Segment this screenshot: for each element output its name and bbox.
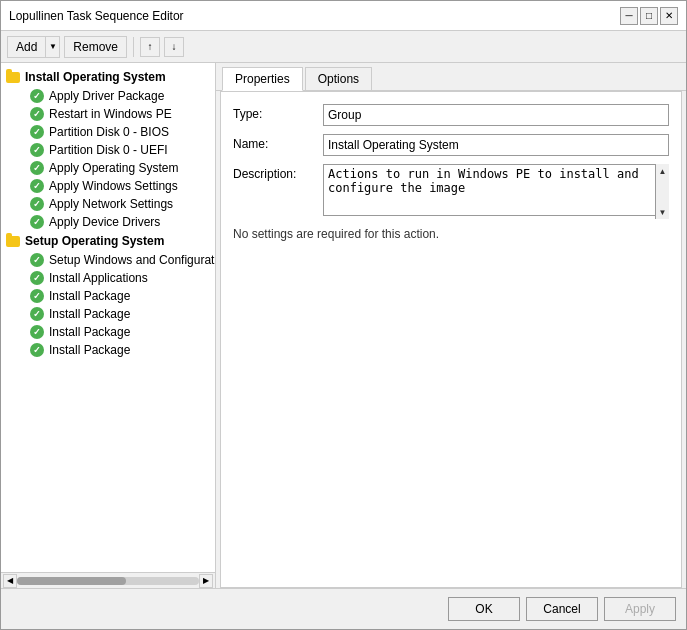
maximize-button[interactable]: □ [640,7,658,25]
tree-item-apply-drivers-label: Apply Device Drivers [49,215,160,229]
check-icon-partition-uefi: ✓ [29,142,45,158]
tree-item-apply-driver-label: Apply Driver Package [49,89,164,103]
tree-item-partition-bios[interactable]: ✓ Partition Disk 0 - BIOS [1,123,215,141]
check-icon-install-pkg-2: ✓ [29,306,45,322]
window-controls: ─ □ ✕ [620,7,678,25]
add-button[interactable]: Add [7,36,46,58]
tree-item-install-pkg-4[interactable]: ✓ Install Package [1,341,215,359]
textarea-scrollbar: ▲ ▼ [655,164,669,219]
tree-item-partition-uefi[interactable]: ✓ Partition Disk 0 - UEFI [1,141,215,159]
tree-item-partition-uefi-label: Partition Disk 0 - UEFI [49,143,168,157]
check-icon-apply-network: ✓ [29,196,45,212]
add-button-wrapper: Add ▼ [7,36,60,58]
toolbar: Add ▼ Remove ↑ ↓ [1,31,686,63]
title-bar: Lopullinen Task Sequence Editor ─ □ ✕ [1,1,686,31]
footer: OK Cancel Apply [1,588,686,629]
cancel-button[interactable]: Cancel [526,597,598,621]
tree-item-setup-windows-label: Setup Windows and Configuration [49,253,215,267]
type-input[interactable] [323,104,669,126]
tree-item-restart[interactable]: ✓ Restart in Windows PE [1,105,215,123]
tree-item-install-apps-label: Install Applications [49,271,148,285]
scroll-right-arrow[interactable]: ▶ [199,574,213,588]
tree-group-install-header[interactable]: Install Operating System [1,67,215,87]
tree-item-install-apps[interactable]: ✓ Install Applications [1,269,215,287]
check-icon-apply-driver: ✓ [29,88,45,104]
check-icon-install-pkg-1: ✓ [29,288,45,304]
tree-item-apply-network-label: Apply Network Settings [49,197,173,211]
tree-item-install-pkg-4-label: Install Package [49,343,130,357]
tree-area[interactable]: Install Operating System ✓ Apply Driver … [1,63,215,572]
tabs-bar: Properties Options [216,63,686,91]
form-row-type: Type: [233,104,669,126]
tree-group-setup: Setup Operating System ✓ Setup Windows a… [1,231,215,359]
left-panel: Install Operating System ✓ Apply Driver … [1,63,216,588]
check-icon-install-pkg-4: ✓ [29,342,45,358]
tree-item-restart-label: Restart in Windows PE [49,107,172,121]
check-icon-apply-os: ✓ [29,160,45,176]
check-icon-partition-bios: ✓ [29,124,45,140]
folder-icon [6,72,20,83]
tree-item-apply-os[interactable]: ✓ Apply Operating System [1,159,215,177]
tree-item-install-pkg-3[interactable]: ✓ Install Package [1,323,215,341]
tree-group-setup-label: Setup Operating System [25,234,164,248]
toolbar-separator [133,37,134,57]
ok-button[interactable]: OK [448,597,520,621]
tree-item-apply-driver[interactable]: ✓ Apply Driver Package [1,87,215,105]
move-down-icon[interactable]: ↓ [164,37,184,57]
add-dropdown-arrow[interactable]: ▼ [46,36,60,58]
check-icon-install-pkg-3: ✓ [29,324,45,340]
main-window: Lopullinen Task Sequence Editor ─ □ ✕ Ad… [0,0,687,630]
move-up-icon[interactable]: ↑ [140,37,160,57]
right-panel: Properties Options Type: Name: Descripti… [216,63,686,588]
tree-item-apply-windows[interactable]: ✓ Apply Windows Settings [1,177,215,195]
tree-item-install-pkg-2[interactable]: ✓ Install Package [1,305,215,323]
main-content: Install Operating System ✓ Apply Driver … [1,63,686,588]
scrollbar-thumb [17,577,126,585]
check-icon-restart: ✓ [29,106,45,122]
description-textarea-wrapper: Actions to run in Windows PE to install … [323,164,669,219]
remove-button[interactable]: Remove [64,36,127,58]
scroll-up-arrow[interactable]: ▲ [656,164,670,178]
horizontal-scrollbar[interactable]: ◀ ▶ [1,572,215,588]
tree-item-install-pkg-1-label: Install Package [49,289,130,303]
apply-button[interactable]: Apply [604,597,676,621]
check-icon-apply-drivers: ✓ [29,214,45,230]
tree-item-apply-os-label: Apply Operating System [49,161,178,175]
tree-item-install-pkg-3-label: Install Package [49,325,130,339]
tree-group-install: Install Operating System ✓ Apply Driver … [1,67,215,231]
group2-folder-icon [5,233,21,249]
tab-properties[interactable]: Properties [222,67,303,91]
form-row-name: Name: [233,134,669,156]
form-row-description: Description: Actions to run in Windows P… [233,164,669,219]
check-icon-apply-windows: ✓ [29,178,45,194]
name-input[interactable] [323,134,669,156]
description-label: Description: [233,164,323,181]
tree-scroll-container: Install Operating System ✓ Apply Driver … [1,67,215,359]
minimize-button[interactable]: ─ [620,7,638,25]
type-label: Type: [233,104,323,121]
tree-item-apply-network[interactable]: ✓ Apply Network Settings [1,195,215,213]
tree-item-setup-windows[interactable]: ✓ Setup Windows and Configuration [1,251,215,269]
scroll-left-arrow[interactable]: ◀ [3,574,17,588]
description-textarea[interactable]: Actions to run in Windows PE to install … [323,164,669,216]
close-button[interactable]: ✕ [660,7,678,25]
scroll-down-arrow[interactable]: ▼ [656,205,670,219]
window-title: Lopullinen Task Sequence Editor [9,9,184,23]
name-label: Name: [233,134,323,151]
tree-item-install-pkg-1[interactable]: ✓ Install Package [1,287,215,305]
tree-item-partition-bios-label: Partition Disk 0 - BIOS [49,125,169,139]
tab-options[interactable]: Options [305,67,372,90]
tree-item-apply-windows-label: Apply Windows Settings [49,179,178,193]
scrollbar-track [17,577,199,585]
folder-icon-2 [6,236,20,247]
check-icon-setup-windows: ✓ [29,252,45,268]
no-settings-text: No settings are required for this action… [233,227,669,241]
tree-item-install-pkg-2-label: Install Package [49,307,130,321]
tree-item-apply-drivers[interactable]: ✓ Apply Device Drivers [1,213,215,231]
tree-group-install-label: Install Operating System [25,70,166,84]
tab-content-properties: Type: Name: Description: Actions to run … [220,91,682,588]
group-folder-icon [5,69,21,85]
check-icon-install-apps: ✓ [29,270,45,286]
tree-group-setup-header[interactable]: Setup Operating System [1,231,215,251]
